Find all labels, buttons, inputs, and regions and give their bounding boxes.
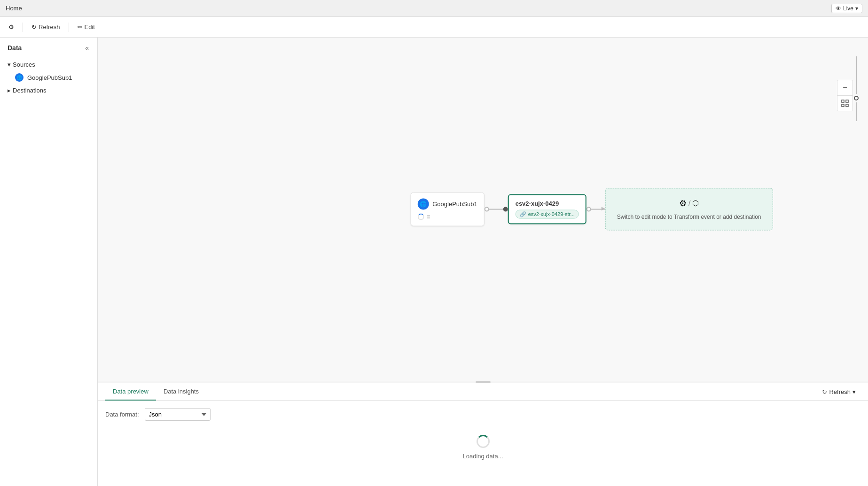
main-layout: Data « ▾ Sources 🌐 GooglePubSub1 ▸ Desti… bbox=[0, 38, 868, 486]
zoom-out-button[interactable]: − bbox=[837, 80, 852, 95]
destinations-section-header[interactable]: ▸ Destinations bbox=[0, 84, 97, 97]
source-node-footer: ≡ bbox=[417, 213, 477, 220]
svg-rect-0 bbox=[842, 100, 844, 102]
zoom-thumb bbox=[854, 96, 859, 100]
loading-area: Loading data... bbox=[105, 428, 860, 466]
edit-button[interactable]: ✏ Edit bbox=[73, 21, 100, 33]
gear-icon: ⚙ bbox=[8, 23, 14, 31]
sidebar-section-destinations: ▸ Destinations bbox=[0, 84, 97, 97]
zoom-panel: + − bbox=[852, 56, 860, 121]
googlepubsub1-label: GooglePubSub1 bbox=[27, 74, 72, 81]
event-stream-subtitle-text: esv2-xujx-0429-str... bbox=[528, 211, 575, 217]
sidebar-section-sources: ▾ Sources 🌐 GooglePubSub1 bbox=[0, 58, 97, 84]
toolbar-separator-2 bbox=[69, 23, 69, 32]
sources-section-header[interactable]: ▾ Sources bbox=[0, 58, 97, 71]
sources-chevron-icon: ▾ bbox=[8, 61, 11, 68]
source-menu-icon[interactable]: ≡ bbox=[427, 213, 430, 220]
tab-data-preview[interactable]: Data preview bbox=[105, 383, 156, 401]
data-format-select[interactable]: Json CSV XML bbox=[145, 408, 211, 421]
connector-1 bbox=[485, 207, 508, 211]
refresh-icon: ↻ bbox=[31, 23, 37, 31]
bottom-refresh-icon: ↻ bbox=[822, 388, 827, 395]
connector-dot-right bbox=[503, 207, 508, 211]
zoom-track-2 bbox=[856, 102, 857, 121]
zoom-fit-icon bbox=[841, 100, 849, 107]
title-bar: Home 👁 Live ▾ bbox=[0, 0, 868, 17]
event-stream-title: esv2-xujx-0429 bbox=[516, 200, 579, 207]
loading-text: Loading data... bbox=[462, 453, 503, 460]
transform-message: Switch to edit mode to Transform event o… bbox=[617, 213, 761, 221]
svg-rect-2 bbox=[842, 104, 844, 107]
transform-node[interactable]: ⚙ / ⬡ Switch to edit mode to Transform e… bbox=[605, 188, 773, 231]
transform-gear-icon: ⚙ bbox=[679, 198, 687, 208]
sidebar-item-googlepubsub1[interactable]: 🌐 GooglePubSub1 bbox=[0, 71, 97, 84]
bottom-refresh-button[interactable]: ↻ Refresh ▾ bbox=[817, 386, 860, 398]
refresh-button[interactable]: ↻ Refresh bbox=[27, 21, 65, 33]
zoom-minus-controls: − bbox=[837, 80, 853, 111]
loading-spinner bbox=[477, 435, 490, 448]
data-format-row: Data format: Json CSV XML bbox=[105, 408, 860, 421]
event-stream-subtitle-icon: 🔗 bbox=[520, 211, 526, 217]
zoom-fit-button[interactable] bbox=[837, 96, 852, 111]
canvas[interactable]: 🌐 GooglePubSub1 ≡ esv2-xujx-04 bbox=[98, 38, 868, 381]
source-spinner bbox=[417, 213, 424, 220]
flow-area: 🌐 GooglePubSub1 ≡ esv2-xujx-04 bbox=[410, 188, 773, 231]
svg-rect-1 bbox=[846, 100, 848, 102]
toolbar: ⚙ ↻ Refresh ✏ Edit bbox=[0, 17, 868, 38]
connector-line-1 bbox=[489, 208, 503, 209]
sources-label: Sources bbox=[13, 61, 35, 68]
source-node-title: GooglePubSub1 bbox=[432, 201, 477, 208]
source-node[interactable]: 🌐 GooglePubSub1 ≡ bbox=[410, 192, 484, 226]
sidebar-collapse-button[interactable]: « bbox=[84, 43, 90, 53]
bottom-tabs-bar: Data preview Data insights ↻ Refresh ▾ bbox=[98, 383, 868, 401]
data-format-label: Data format: bbox=[105, 411, 139, 418]
event-stream-subtitle: 🔗 esv2-xujx-0429-str... bbox=[516, 209, 579, 218]
bottom-panel: Data preview Data insights ↻ Refresh ▾ D… bbox=[98, 383, 868, 486]
bottom-chevron-icon: ▾ bbox=[852, 388, 856, 395]
tab-data-insights[interactable]: Data insights bbox=[156, 383, 206, 401]
canvas-container: 🌐 GooglePubSub1 ≡ esv2-xujx-04 bbox=[98, 38, 868, 486]
source-node-icon: 🌐 bbox=[417, 198, 429, 209]
source-node-header: 🌐 GooglePubSub1 bbox=[417, 198, 477, 209]
bottom-content: Data format: Json CSV XML Loading data..… bbox=[98, 401, 868, 486]
arrow-line bbox=[591, 208, 605, 209]
destinations-chevron-icon: ▸ bbox=[8, 87, 11, 94]
transform-export-icon: ⬡ bbox=[692, 199, 699, 208]
googlepubsub1-icon: 🌐 bbox=[15, 73, 23, 82]
event-stream-node[interactable]: esv2-xujx-0429 🔗 esv2-xujx-0429-str... bbox=[508, 194, 586, 224]
svg-rect-3 bbox=[846, 104, 848, 107]
sidebar: Data « ▾ Sources 🌐 GooglePubSub1 ▸ Desti… bbox=[0, 38, 98, 486]
sidebar-title: Data bbox=[8, 44, 22, 52]
sidebar-header: Data « bbox=[0, 38, 97, 58]
page-title: Home bbox=[6, 5, 22, 12]
live-chevron-icon: ▾ bbox=[855, 5, 858, 12]
connector-2 bbox=[586, 207, 605, 211]
eye-icon: 👁 bbox=[836, 5, 841, 12]
live-label: Live bbox=[843, 5, 853, 12]
toolbar-separator bbox=[23, 23, 23, 32]
live-badge[interactable]: 👁 Live ▾ bbox=[831, 4, 862, 13]
bottom-refresh-label: Refresh bbox=[829, 388, 851, 395]
transform-icons: ⚙ / ⬡ bbox=[617, 198, 761, 208]
bottom-tabs-left: Data preview Data insights bbox=[105, 383, 206, 400]
connector-dot-left bbox=[485, 207, 489, 211]
destinations-label: Destinations bbox=[13, 87, 47, 94]
edit-icon: ✏ bbox=[78, 23, 83, 31]
transform-slash: / bbox=[688, 199, 690, 207]
connector-dot-2 bbox=[586, 207, 591, 211]
settings-button[interactable]: ⚙ bbox=[4, 21, 19, 33]
zoom-track bbox=[856, 56, 857, 94]
